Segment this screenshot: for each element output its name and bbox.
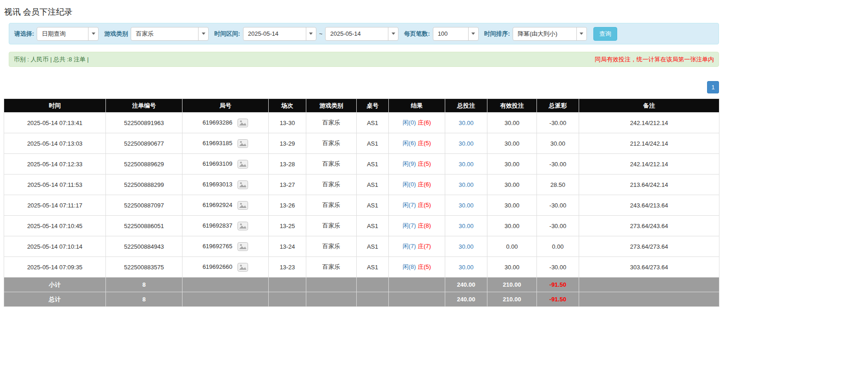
header-bet-id: 注单编号 [106, 99, 182, 113]
cell-total-bet: 30.00 [445, 236, 487, 257]
chevron-down-icon[interactable] [306, 27, 316, 40]
cell-total-bet: 30.00 [445, 216, 487, 236]
empty-cell [269, 278, 306, 292]
chevron-down-icon[interactable] [576, 27, 586, 40]
cell-session: 13-26 [269, 195, 306, 216]
cell-note: 242.14/212.14 [579, 113, 719, 133]
cell-bet-id: 522500888299 [106, 174, 182, 195]
cell-valid-bet: 30.00 [487, 154, 537, 174]
cell-time: 2025-05-14 07:13:41 [4, 113, 106, 133]
table-row: 2025-05-14 07:10:14 522500884943 6196927… [4, 236, 719, 257]
header-session: 场次 [269, 99, 306, 113]
round-image-icon[interactable] [238, 242, 248, 251]
round-image-icon[interactable] [238, 160, 248, 169]
total-bet-link[interactable]: 30.00 [459, 264, 474, 271]
range-separator: ~ [319, 30, 323, 37]
page-title: 视讯 会员下注纪录 [0, 0, 868, 23]
cell-time: 2025-05-14 07:10:14 [4, 236, 106, 257]
round-id-text: 619693013 [203, 180, 232, 187]
cell-time: 2025-05-14 07:10:45 [4, 216, 106, 236]
round-image-icon[interactable] [238, 222, 248, 230]
total-bet-link[interactable]: 30.00 [459, 140, 474, 147]
time-range-label: 时间区间: [214, 30, 240, 38]
total-bet-link[interactable]: 30.00 [459, 161, 474, 168]
page: 视讯 会员下注纪录 请选择: 日期查询 游戏类别 百家乐 时间区间: 2025-… [0, 0, 868, 376]
total-bet-link[interactable]: 30.00 [459, 202, 474, 209]
cell-result: 闲(8)庄(5) [389, 257, 445, 278]
query-type-dropdown[interactable]: 日期查询 [37, 27, 99, 41]
result-banker: 庄(5) [418, 263, 431, 270]
query-type-value: 日期查询 [37, 27, 88, 40]
chevron-down-icon[interactable] [88, 27, 98, 40]
cell-bet-id: 522500891963 [106, 113, 182, 133]
round-image-icon[interactable] [238, 139, 248, 148]
empty-cell [579, 278, 719, 292]
cell-round-id: 619693109 [182, 154, 269, 174]
cell-round-id: 619692924 [182, 195, 269, 216]
result-banker: 庄(5) [418, 140, 431, 147]
pagination: 1 [0, 81, 719, 93]
result-banker: 庄(6) [418, 181, 431, 188]
result-player: 闲(9) [403, 160, 416, 167]
result-banker: 庄(5) [418, 160, 431, 167]
date-to-dropdown[interactable]: 2025-05-14 [325, 27, 398, 41]
cell-valid-bet: 30.00 [487, 113, 537, 133]
cell-payout: -30.00 [537, 195, 579, 216]
header-valid-bet: 有效投注 [487, 99, 537, 113]
subtotal-total-bet: 240.00 [445, 278, 487, 292]
chevron-down-icon[interactable] [468, 27, 478, 40]
cell-game-type: 百家乐 [306, 113, 357, 133]
total-bet-link[interactable]: 30.00 [459, 223, 474, 229]
cell-note: 243.64/213.64 [579, 195, 719, 216]
currency-summary-text: 币别 : 人民币 | 总共 :8 注单 | [14, 55, 89, 64]
cell-total-bet: 30.00 [445, 113, 487, 133]
cell-table-no: AS1 [357, 133, 389, 154]
cell-total-bet: 30.00 [445, 195, 487, 216]
cell-session: 13-24 [269, 236, 306, 257]
subtotal-label: 小计 [4, 278, 106, 292]
page-size-value: 100 [433, 27, 468, 40]
total-count: 8 [106, 292, 182, 307]
total-payout: -91.50 [537, 292, 579, 307]
round-image-icon[interactable] [238, 119, 248, 127]
cell-bet-id: 522500889629 [106, 154, 182, 174]
cell-payout: 30.00 [537, 133, 579, 154]
total-bet-link[interactable]: 30.00 [459, 243, 474, 250]
cell-session: 13-23 [269, 257, 306, 278]
cell-valid-bet: 30.00 [487, 174, 537, 195]
cell-table-no: AS1 [357, 174, 389, 195]
total-bet-link[interactable]: 30.00 [459, 181, 474, 188]
cell-game-type: 百家乐 [306, 257, 357, 278]
table-row: 2025-05-14 07:13:03 522500890677 6196931… [4, 133, 719, 154]
chevron-down-icon[interactable] [198, 27, 208, 40]
cell-note: 213.64/242.14 [579, 174, 719, 195]
sort-dropdown[interactable]: 降冪(由大到小) [513, 27, 587, 41]
round-image-icon[interactable] [238, 180, 248, 189]
cell-round-id: 619693013 [182, 174, 269, 195]
cell-game-type: 百家乐 [306, 195, 357, 216]
cell-round-id: 619692660 [182, 257, 269, 278]
search-button[interactable]: 查询 [593, 27, 617, 41]
cell-game-type: 百家乐 [306, 154, 357, 174]
game-type-dropdown[interactable]: 百家乐 [131, 27, 209, 41]
cell-session: 13-30 [269, 113, 306, 133]
total-total-bet: 240.00 [445, 292, 487, 307]
result-player: 闲(0) [403, 119, 416, 126]
cell-result: 闲(6)庄(5) [389, 133, 445, 154]
empty-cell [269, 292, 306, 307]
chevron-down-icon[interactable] [388, 27, 398, 40]
cell-note: 212.14/242.14 [579, 133, 719, 154]
round-image-icon[interactable] [238, 201, 248, 210]
empty-cell [182, 292, 269, 307]
cell-result: 闲(7)庄(5) [389, 195, 445, 216]
cell-result: 闲(0)庄(6) [389, 113, 445, 133]
date-from-dropdown[interactable]: 2025-05-14 [243, 27, 316, 41]
cell-table-no: AS1 [357, 216, 389, 236]
table-row: 2025-05-14 07:09:35 522500883575 6196926… [4, 257, 719, 278]
page-1-button[interactable]: 1 [707, 81, 719, 93]
page-size-dropdown[interactable]: 100 [433, 27, 479, 41]
result-banker: 庄(5) [418, 202, 431, 208]
header-game-type: 游戏类别 [306, 99, 357, 113]
round-image-icon[interactable] [238, 263, 248, 272]
total-bet-link[interactable]: 30.00 [459, 120, 474, 126]
